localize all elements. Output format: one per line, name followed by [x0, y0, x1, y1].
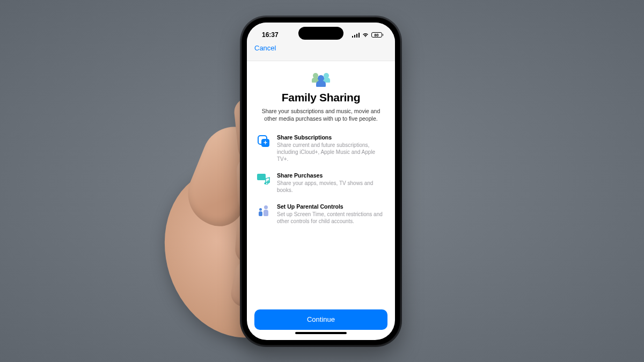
feature-body: Share your apps, movies, TV shows and bo… — [277, 180, 385, 194]
family-sharing-icon — [257, 72, 385, 87]
main-content: Family Sharing Share your subscriptions … — [247, 61, 395, 304]
phone-in-hand: 16:37 80 Cancel — [241, 17, 400, 345]
screen: 16:37 80 Cancel — [247, 23, 395, 340]
feature-share-subscriptions: + Share Subscriptions Share current and … — [257, 134, 385, 162]
feature-share-purchases: Share Purchases Share your apps, movies,… — [257, 172, 385, 194]
svg-rect-0 — [352, 36, 353, 38]
purchases-icon — [257, 172, 270, 186]
iphone-frame: 16:37 80 Cancel — [241, 17, 400, 345]
page-subtitle: Share your subscriptions and music, movi… — [257, 107, 385, 122]
svg-rect-1 — [354, 35, 355, 38]
svg-point-5 — [268, 181, 270, 183]
battery-percentage: 80 — [375, 33, 379, 36]
battery-icon: 80 — [371, 32, 384, 38]
home-indicator[interactable] — [295, 332, 347, 334]
footer: Continue — [247, 304, 395, 340]
svg-rect-3 — [358, 33, 360, 38]
feature-title: Share Subscriptions — [277, 134, 385, 141]
feature-title: Share Purchases — [277, 172, 385, 179]
cellular-signal-icon — [352, 32, 360, 38]
nav-bar: Cancel — [247, 44, 395, 61]
subscriptions-icon: + — [257, 134, 270, 148]
status-time: 16:37 — [262, 31, 279, 39]
status-right: 80 — [352, 32, 384, 38]
feature-title: Set Up Parental Controls — [277, 203, 385, 210]
feature-list: + Share Subscriptions Share current and … — [257, 134, 385, 225]
feature-parental-controls: Set Up Parental Controls Set up Screen T… — [257, 203, 385, 225]
continue-button[interactable]: Continue — [254, 309, 387, 330]
svg-rect-2 — [356, 34, 357, 38]
page-title: Family Sharing — [257, 91, 385, 104]
cancel-button[interactable]: Cancel — [254, 44, 276, 52]
wifi-icon — [362, 32, 369, 38]
svg-point-4 — [264, 182, 266, 184]
parental-controls-icon — [257, 203, 270, 217]
dynamic-island — [298, 27, 343, 40]
feature-body: Set up Screen Time, content restrictions… — [277, 211, 385, 225]
feature-body: Share current and future subscriptions, … — [277, 142, 385, 162]
